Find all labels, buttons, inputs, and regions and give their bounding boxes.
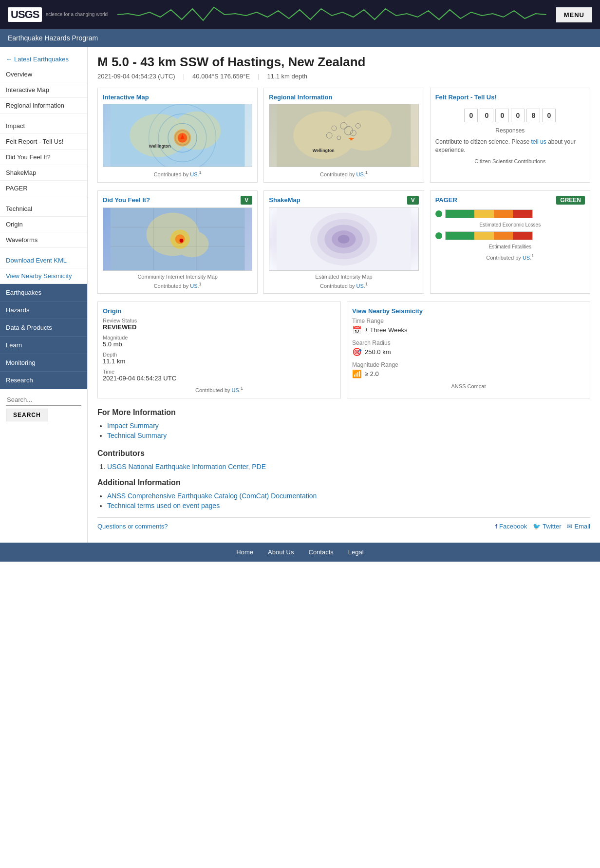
pager-fatalities-label: Estimated Fatalities (435, 244, 585, 249)
card-title-felt-report[interactable]: Felt Report - Tell Us! (435, 94, 497, 101)
card-dyfi: Did You Feel It? V (97, 190, 258, 294)
card-seismicity: View Nearby Seismicity Time Range 📅 ± Th… (347, 302, 590, 398)
contrib-link-imap[interactable]: US (190, 171, 197, 177)
card-title-origin[interactable]: Origin (103, 307, 121, 315)
felt-num-0c: 0 (495, 109, 509, 122)
felt-contrib-label: Citizen Scientist Contributions (435, 158, 585, 164)
footer-contacts-link[interactable]: Contacts (309, 548, 334, 556)
additional-info-heading: Additional Information (97, 478, 590, 487)
main-layout: ← Latest Earthquakes Overview Interactiv… (0, 47, 600, 543)
contrib-link-dyfi[interactable]: US (190, 283, 197, 288)
felt-numbers: 0 0 0 0 8 0 (435, 109, 585, 122)
back-to-latest[interactable]: ← Latest Earthquakes (0, 52, 87, 67)
origin-magnitude-value: 5.0 mb (103, 340, 336, 348)
sidebar-item-origin[interactable]: Origin (0, 217, 87, 232)
contributor-link[interactable]: USGS National Earthquake Information Cen… (107, 463, 266, 471)
card-title-pager[interactable]: PAGER (435, 196, 457, 204)
social-links: f Facebook 🐦 Twitter ✉ Email (495, 523, 590, 530)
technical-summary-link[interactable]: Technical Summary (107, 432, 167, 439)
sidebar-item-overview[interactable]: Overview (0, 67, 87, 82)
sidebar-item-regional-info[interactable]: Regional Information (0, 98, 87, 113)
sidebar-item-technical[interactable]: Technical (0, 201, 87, 217)
sidebar-item-interactive-map[interactable]: Interactive Map (0, 82, 87, 98)
card-title-seismicity[interactable]: View Nearby Seismicity (352, 307, 423, 315)
sidebar-section-hazards[interactable]: Hazards (0, 302, 87, 319)
seism-time-label: Time Range (352, 318, 585, 324)
svg-point-27 (175, 234, 185, 244)
contrib-link-pager[interactable]: US (523, 254, 530, 260)
card-pager: PAGER GREEN Estimated Economic L (430, 190, 590, 294)
back-arrow-icon: ← (6, 56, 12, 63)
seism-mag-label: Magnitude Range (352, 361, 585, 368)
more-info-list: Impact Summary Technical Summary (107, 422, 590, 439)
pager-badge: GREEN (556, 196, 585, 205)
sidebar-item-waveforms[interactable]: Waveforms (0, 232, 87, 248)
tell-us-link[interactable]: tell us (531, 138, 546, 145)
card-title-regional-info[interactable]: Regional Information (269, 94, 332, 101)
card-title-interactive-map[interactable]: Interactive Map (103, 94, 149, 101)
search-button[interactable]: SEARCH (6, 409, 48, 421)
facebook-link[interactable]: f Facebook (495, 523, 527, 530)
felt-description: Contribute to citizen science. Please te… (435, 138, 585, 154)
sidebar-section-data-products[interactable]: Data & Products (0, 319, 87, 337)
sidebar-item-impact[interactable]: Impact (0, 118, 87, 134)
origin-magnitude: Magnitude 5.0 mb (103, 335, 336, 348)
card-title-dyfi[interactable]: Did You Feel It? (103, 196, 150, 204)
card-title-shakemap[interactable]: ShakeMap (269, 196, 300, 204)
twitter-link[interactable]: 🐦 Twitter (533, 523, 561, 530)
card-footer-pager: Contributed by US.1 (435, 253, 585, 261)
origin-time-value: 2021-09-04 04:54:23 UTC (103, 375, 336, 382)
pager-fatalities-row (435, 231, 585, 240)
sidebar-item-shakemap[interactable]: ShakeMap (0, 165, 87, 181)
contrib-link-shake[interactable]: US (356, 283, 364, 288)
seism-radius-value: 🎯 250.0 km (352, 347, 585, 357)
felt-num-8: 8 (526, 109, 540, 122)
felt-responses-label: Responses (435, 127, 585, 134)
list-item-comcat: ANSS Comprehensive Earthquake Catalog (C… (107, 492, 590, 500)
cards-grid-row3: Origin Review Status REVIEWED Magnitude … (97, 302, 590, 398)
svg-text:Wellington: Wellington (149, 144, 171, 149)
footer-legal-link[interactable]: Legal (348, 548, 364, 556)
felt-num-0e: 0 (542, 109, 556, 122)
seism-mag-value: 📶 ≥ 2.0 (352, 369, 585, 378)
map-regional-img: Wellington (269, 104, 418, 167)
event-datetime: 2021-09-04 04:54:23 (UTC) (97, 73, 175, 80)
card-shakemap: ShakeMap V Estimated Intensity Map (263, 190, 424, 294)
sidebar-item-felt-report[interactable]: Felt Report - Tell Us! (0, 134, 87, 150)
sidebar-item-dyfi[interactable]: Did You Feel It? (0, 150, 87, 165)
event-title: M 5.0 - 43 km SSW of Hastings, New Zeala… (97, 55, 590, 70)
target-icon: 🎯 (352, 347, 362, 357)
event-meta: 2021-09-04 04:54:23 (UTC) | 40.004°S 176… (97, 73, 590, 80)
cards-grid-row2: Did You Feel It? V (97, 190, 590, 294)
event-coordinates: 40.004°S 176.659°E (192, 73, 250, 80)
card-interactive-map: Interactive Map (97, 88, 258, 183)
questions-link[interactable]: Questions or comments? (97, 523, 168, 530)
sidebar-section-research[interactable]: Research (0, 372, 87, 389)
menu-button[interactable]: MENU (556, 7, 592, 22)
contrib-link-origin[interactable]: US (232, 387, 239, 393)
sidebar-item-nearby-seismicity[interactable]: View Nearby Seismicity (0, 268, 87, 284)
sidebar-section-learn[interactable]: Learn (0, 337, 87, 354)
list-item-technical-summary: Technical Summary (107, 432, 590, 439)
impact-summary-link[interactable]: Impact Summary (107, 422, 159, 430)
comcat-link[interactable]: ANSS Comprehensive Earthquake Catalog (C… (107, 492, 317, 500)
sidebar-item-download-kml[interactable]: Download Event KML (0, 253, 87, 268)
map-interactive-img: Wellington (103, 104, 252, 167)
card-footer-shakemap: Contributed by US.1 (269, 282, 418, 289)
email-link[interactable]: ✉ Email (567, 523, 590, 530)
technical-terms-link[interactable]: Technical terms used on event pages (107, 502, 220, 509)
search-input[interactable] (6, 394, 81, 406)
felt-num-0d: 0 (511, 109, 525, 122)
sidebar-item-pager[interactable]: PAGER (0, 181, 87, 196)
sidebar: ← Latest Earthquakes Overview Interactiv… (0, 47, 88, 543)
footer-home-link[interactable]: Home (236, 548, 253, 556)
logo-tagline: science for a changing world (46, 12, 108, 18)
seism-time-range: Time Range 📅 ± Three Weeks (352, 318, 585, 335)
sidebar-section-earthquakes[interactable]: Earthquakes (0, 284, 87, 302)
site-header: USGS science for a changing world MENU (0, 0, 600, 29)
additional-info-section: Additional Information ANSS Comprehensiv… (97, 478, 590, 509)
usgs-logo: USGS (8, 7, 42, 22)
sidebar-section-monitoring[interactable]: Monitoring (0, 354, 87, 372)
footer-about-link[interactable]: About Us (268, 548, 294, 556)
contrib-link-rinfo[interactable]: US (356, 171, 364, 177)
